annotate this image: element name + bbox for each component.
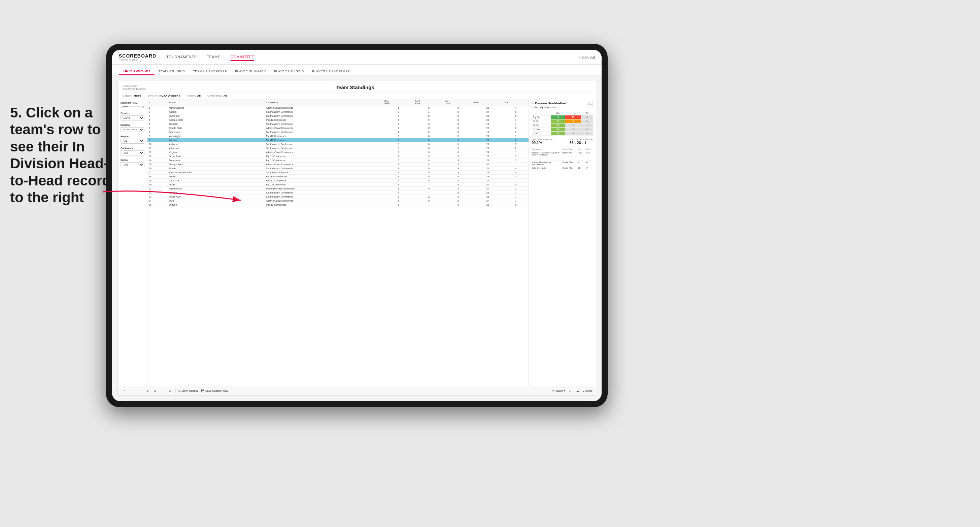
table-row[interactable]: 23 Texas A&M Southeastern Conference 9 1…: [148, 195, 528, 199]
toolbar-forward[interactable]: →: [137, 389, 142, 393]
watch-icon: 👁: [552, 389, 554, 392]
reg-rank-cell: 5: [383, 203, 414, 207]
t-pos-4: 11: [578, 167, 585, 169]
table-row[interactable]: 17 East Tennessee State Southern Confere…: [148, 171, 528, 175]
toolbar-watch[interactable]: 👁 Watch ▾: [552, 389, 565, 392]
toolbar-plus[interactable]: +: [161, 389, 165, 393]
share-icon: ⤴: [583, 389, 584, 392]
update-time-area: Update time: 27/03/2024 16:56:26: [123, 84, 146, 90]
min-rounds-slider[interactable]: [123, 106, 141, 107]
sidebar-school-select[interactable]: (All): [121, 162, 145, 167]
reg-rank-cell: 3: [383, 151, 414, 154]
win-cell: 2: [503, 179, 528, 183]
sidebar-region-select[interactable]: N/A: [121, 139, 145, 144]
sign-out-link[interactable]: | Sign out: [579, 55, 595, 59]
rnds-cell: 23: [473, 175, 503, 179]
h2h-table: Win Loss Tie Top 10 3 13 0 11-25 11 8 0: [531, 111, 593, 136]
tab-team-h2h-grid[interactable]: TEAM H2H GRID: [154, 67, 189, 75]
sidebar-gender-select[interactable]: Men's: [121, 116, 145, 121]
conf-cell: Southeastern Conference: [265, 114, 383, 118]
table-row[interactable]: 9 Arizona Pac-12 Conference 5 8 9 23 2: [148, 138, 528, 142]
win-cell: 4: [503, 167, 528, 171]
toolbar-back[interactable]: ←: [129, 389, 134, 393]
toolbar-add[interactable]: ⊕: [145, 389, 150, 393]
reg-rank-cell: 1: [383, 154, 414, 159]
h2h-tie-cell: 0: [581, 132, 593, 136]
toolbar-save-custom[interactable]: 💾 Save Custom View: [201, 389, 228, 392]
nav-tournaments[interactable]: TOURNAMENTS: [166, 54, 197, 61]
toolbar-share[interactable]: ⤴ Share: [583, 389, 592, 392]
nav-teams[interactable]: TEAMS: [207, 54, 220, 61]
tab-team-h2h-heatmap[interactable]: TEAM H2H HEATMAP: [189, 67, 231, 75]
conf-cell: Atlantic Coast Conference: [265, 162, 383, 167]
no-tour-cell: 9: [444, 203, 472, 207]
toolbar-undo[interactable]: ↩: [121, 389, 126, 393]
sidebar-school-label: School: [121, 159, 145, 161]
sidebar-region-label: Region: [121, 135, 145, 138]
conf-rank-cell: 8: [414, 146, 444, 151]
nav-committee[interactable]: COMMITTEE: [231, 54, 255, 61]
school-cell: Arkansas: [168, 146, 265, 151]
table-row[interactable]: 18 Illinois Big Ten Conference 1 9 8 23 …: [148, 175, 528, 179]
table-row[interactable]: 22 Georgia Southeastern Conference 8 7 8…: [148, 191, 528, 195]
conference-filter: Conference: All: [207, 94, 227, 97]
rnds-cell: 20: [473, 183, 503, 187]
conf-rank-cell: 6: [414, 122, 444, 126]
reg-rank-cell: 2: [383, 114, 414, 118]
table-row[interactable]: 14 Oklahoma Big 12 Conference 6 8 9 24 2: [148, 159, 528, 162]
conf-rank-cell: 9: [414, 171, 444, 175]
table-row[interactable]: 21 New Mexico Mountain West Conference 1…: [148, 187, 528, 191]
conf-cell: Atlantic Coast Conference: [265, 199, 383, 203]
conf-rank-cell: 9: [414, 175, 444, 179]
table-row[interactable]: 11 Arkansas Southeastern Conference 6 8 …: [148, 146, 528, 151]
reg-rank-cell: 4: [383, 130, 414, 134]
school-cell: Virginia: [168, 151, 265, 154]
t-col-type: Event Type: [563, 148, 578, 150]
t-name-1: Jackson T. Stephens Cup Men's Match-Play…: [531, 152, 563, 156]
table-row[interactable]: 6 Florida State Atlantic Coast Conferenc…: [148, 126, 528, 130]
logo-area: SCOREBOARD Powered by clippd: [119, 53, 156, 61]
conf-rank-cell: 7: [414, 191, 444, 195]
sidebar-division-select[interactable]: NCAA Division I: [121, 127, 145, 132]
toolbar-monitor[interactable]: □: [568, 389, 572, 393]
no-tour-cell: 8: [444, 106, 472, 110]
table-row[interactable]: 15 Georgia Tech Atlantic Coast Conferenc…: [148, 162, 528, 167]
toolbar-circle[interactable]: ⊙: [168, 389, 173, 393]
conf-rank-cell: 6: [414, 130, 444, 134]
table-row[interactable]: 8 Washington Pac-12 Conference 2 8 9 23 …: [148, 134, 528, 138]
table-row[interactable]: 25 Oregon Pac-12 Conference 5 7 9 21 0: [148, 203, 528, 207]
secondary-nav: TEAM SUMMARY TEAM H2H GRID TEAM H2H HEAT…: [112, 65, 601, 75]
h2h-close-button[interactable]: ×: [589, 102, 593, 106]
tab-player-h2h-grid[interactable]: PLAYER H2H GRID: [270, 67, 308, 75]
table-row[interactable]: 24 Duke Atlantic Coast Conference 5 9 9 …: [148, 199, 528, 203]
table-row[interactable]: 7 Tennessee Southeastern Conference 4 6 …: [148, 130, 528, 134]
table-row[interactable]: 19 California Pac-12 Conference 4 8 8 24…: [148, 179, 528, 183]
table-row[interactable]: 5 Ole Miss Southeastern Conference 3 6 8…: [148, 122, 528, 126]
tab-player-summary[interactable]: PLAYER SUMMARY: [231, 67, 270, 75]
table-row[interactable]: 10 Alabama Southeastern Conference 5 8 8…: [148, 142, 528, 146]
table-row[interactable]: 1 North Carolina Atlantic Coast Conferen…: [148, 106, 528, 110]
table-row[interactable]: 12 Virginia Atlantic Coast Conference 3 …: [148, 151, 528, 154]
conf-rank-cell: 1: [414, 110, 444, 114]
rank-cell: 4: [148, 118, 168, 122]
toolbar-upload[interactable]: ☁: [575, 389, 581, 393]
sidebar-gender-label: Gender: [121, 112, 145, 114]
table-row[interactable]: 20 Texas Big 12 Conference 3 7 8 20 0: [148, 183, 528, 187]
toolbar-view-original[interactable]: ⊡ View: Original: [178, 389, 198, 392]
table-row[interactable]: 16 Florida Southeastern Conference 7 9 9…: [148, 167, 528, 171]
table-row[interactable]: 13 Texas Tech Big 12 Conference 1 9 9 27…: [148, 154, 528, 159]
table-row[interactable]: 3 Vanderbilt Southeastern Conference 2 8…: [148, 114, 528, 118]
rank-cell: 23: [148, 195, 168, 199]
sidebar-conference-group: Conference (All): [121, 147, 145, 156]
table-row[interactable]: 4 Arizona State Pac-12 Conference 4 9 9 …: [148, 118, 528, 122]
tab-team-summary[interactable]: TEAM SUMMARY: [119, 67, 154, 75]
win-cell: 4: [503, 171, 528, 175]
table-wrapper[interactable]: # School Conference RegRank ConfRank NoT…: [148, 99, 528, 386]
col-conf-rank: ConfRank: [414, 99, 444, 106]
tab-player-h2h-heatmap[interactable]: PLAYER H2H HEATMAP: [308, 67, 354, 75]
school-cell: Georgia: [168, 191, 265, 195]
school-cell: Georgia Tech: [168, 162, 265, 167]
toolbar-grid[interactable]: ⊞: [153, 389, 158, 393]
table-row[interactable]: 2 Auburn Southeastern Conference 2 1 9 2…: [148, 110, 528, 114]
sidebar-conference-select[interactable]: (All): [121, 151, 145, 156]
